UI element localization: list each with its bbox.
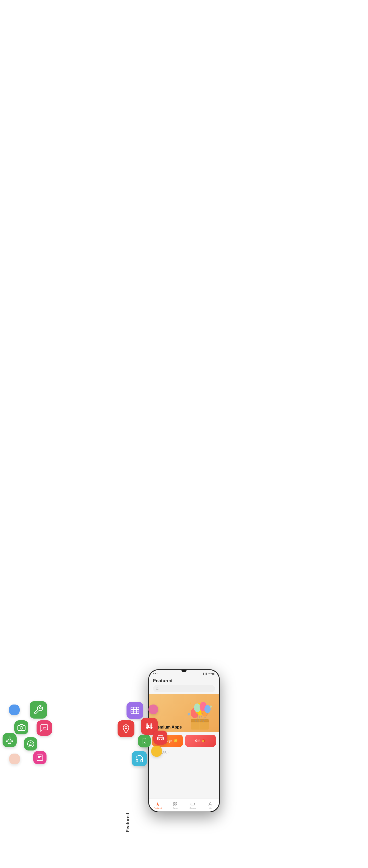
- status-bar: 9:41 ▌▌▌ WiFi ▓▌: [149, 670, 219, 676]
- games-nav-label: Games: [189, 807, 196, 809]
- search-bar[interactable]: [153, 685, 215, 692]
- gift-label: Gift: [195, 739, 201, 743]
- app-title: Featured: [153, 678, 215, 684]
- me-nav-label: Me: [209, 807, 212, 809]
- svg-point-9: [194, 704, 201, 712]
- me-nav-icon: [208, 802, 213, 806]
- blue-box-icon: [9, 705, 20, 715]
- decorative-circle-icon: [9, 753, 20, 764]
- nav-me[interactable]: Me: [202, 801, 219, 809]
- apps-nav-icon: [173, 802, 178, 806]
- camera-icon: [14, 720, 28, 735]
- nav-featured[interactable]: Featured: [149, 801, 166, 809]
- svg-rect-24: [176, 802, 177, 804]
- yellow-square-icon: [151, 746, 162, 756]
- svg-text:✦: ✦: [209, 701, 211, 703]
- svg-rect-25: [174, 805, 175, 806]
- signal-icon: ▌▌▌: [204, 673, 207, 675]
- svg-text:✦: ✦: [190, 702, 192, 705]
- gift-button[interactable]: Gift 🎁: [185, 735, 216, 747]
- banner-balloons: ✦ ✦ ✦: [183, 695, 216, 731]
- plane-icon: [3, 733, 17, 747]
- featured-bottom-label: Featured: [125, 813, 131, 832]
- svg-rect-34: [131, 707, 139, 713]
- svg-rect-23: [174, 802, 175, 804]
- svg-point-0: [156, 688, 158, 689]
- map-icon: [118, 720, 134, 737]
- svg-line-1: [158, 689, 158, 690]
- popular-arrow: ›: [167, 751, 168, 754]
- search-icon: [156, 687, 159, 690]
- svg-point-11: [205, 705, 211, 713]
- games-nav-icon: [190, 802, 195, 806]
- headphone-icon: [132, 751, 147, 766]
- svg-point-21: [188, 713, 190, 715]
- battery-icon: ▓▌: [212, 673, 215, 675]
- svg-point-39: [144, 743, 145, 743]
- svg-point-22: [210, 706, 212, 708]
- app-header: Featured: [149, 676, 219, 694]
- campaign-icon: 🪙: [174, 739, 178, 743]
- svg-point-37: [161, 739, 163, 740]
- dollar-icon: [24, 737, 37, 750]
- svg-text:✦: ✦: [211, 709, 213, 711]
- bottom-nav: Featured Apps: [149, 798, 219, 811]
- featured-nav-label: Featured: [154, 807, 162, 809]
- apps-nav-label: Apps: [173, 807, 178, 809]
- pink-small-icon: [149, 705, 158, 714]
- svg-rect-27: [191, 803, 195, 805]
- svg-point-28: [210, 803, 211, 804]
- banner[interactable]: ✦ ✦ ✦ Premium Apps: [149, 694, 219, 732]
- svg-point-32: [28, 741, 34, 747]
- tools-icon: [30, 701, 47, 719]
- car-icon: [153, 731, 167, 745]
- svg-rect-26: [176, 805, 177, 806]
- gift-icon: 🎁: [202, 739, 206, 743]
- phone-small-icon: [138, 735, 151, 747]
- status-icons: ▌▌▌ WiFi ▓▌: [204, 673, 215, 675]
- video-icon: [126, 702, 143, 719]
- svg-point-36: [158, 739, 159, 740]
- svg-point-29: [20, 726, 23, 729]
- wifi-icon: WiFi: [208, 673, 212, 675]
- nav-games[interactable]: Games: [184, 801, 202, 809]
- svg-point-35: [125, 726, 127, 728]
- chat-icon: [36, 720, 52, 736]
- status-time: 9:41: [153, 672, 158, 675]
- notch: [181, 670, 187, 672]
- nav-apps[interactable]: Apps: [166, 801, 184, 809]
- featured-nav-icon: [155, 802, 160, 806]
- magazine-icon: [33, 751, 47, 764]
